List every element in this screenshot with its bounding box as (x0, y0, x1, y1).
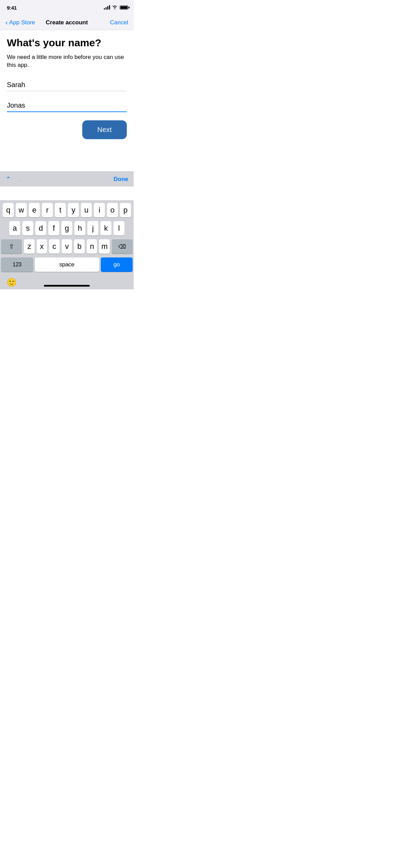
status-bar: 9:41 (0, 0, 134, 15)
key-u[interactable]: u (81, 203, 92, 217)
status-time: 9:41 (7, 5, 17, 11)
next-field-button[interactable]: ⌄ (17, 175, 23, 183)
key-z[interactable]: z (24, 239, 35, 254)
battery-icon (120, 5, 128, 10)
back-label: App Store (9, 19, 35, 26)
key-s[interactable]: s (22, 221, 33, 236)
key-d[interactable]: d (35, 221, 46, 236)
keyboard-row-4: 123 space go (1, 257, 133, 272)
key-b[interactable]: b (74, 239, 85, 254)
keyboard-toolbar: ⌃ ⌄ Done (0, 171, 134, 186)
key-e[interactable]: e (29, 203, 40, 217)
key-m[interactable]: m (99, 239, 110, 254)
home-indicator (44, 285, 90, 287)
toolbar-nav: ⌃ ⌄ (5, 175, 23, 183)
key-k[interactable]: k (100, 221, 111, 236)
key-j[interactable]: j (87, 221, 98, 236)
key-o[interactable]: o (107, 203, 118, 217)
page-description: We need a little more info before you ca… (7, 53, 127, 70)
keyboard: q w e r t y u i o p a s d f g h j k l ⇧ … (0, 200, 134, 289)
numbers-key[interactable]: 123 (1, 257, 33, 272)
space-key[interactable]: space (35, 257, 99, 272)
first-name-group (7, 79, 127, 91)
prev-field-button[interactable]: ⌃ (5, 175, 11, 183)
page-heading: What's your name? (7, 37, 127, 49)
key-y[interactable]: y (68, 203, 79, 217)
key-c[interactable]: c (49, 239, 60, 254)
last-name-input[interactable] (7, 99, 127, 112)
back-chevron-icon: ‹ (5, 19, 8, 26)
key-a[interactable]: a (9, 221, 20, 236)
keyboard-row-1: q w e r t y u i o p (1, 203, 133, 217)
last-name-group (7, 99, 127, 112)
key-q[interactable]: q (3, 203, 14, 217)
cancel-button[interactable]: Cancel (110, 19, 128, 26)
go-key[interactable]: go (101, 257, 133, 272)
signal-icon (104, 5, 110, 10)
nav-bar: ‹ App Store Create account Cancel (0, 15, 134, 30)
nav-title: Create account (46, 19, 88, 26)
next-button[interactable]: Next (82, 120, 127, 139)
first-name-input[interactable] (7, 79, 127, 91)
key-t[interactable]: t (55, 203, 66, 217)
key-i[interactable]: i (94, 203, 105, 217)
key-f[interactable]: f (48, 221, 59, 236)
done-button[interactable]: Done (114, 176, 129, 183)
emoji-button[interactable]: 🙂 (7, 278, 17, 287)
main-content: What's your name? We need a little more … (0, 30, 134, 146)
shift-key[interactable]: ⇧ (1, 239, 22, 254)
backspace-key[interactable]: ⌫ (112, 239, 133, 254)
back-button[interactable]: ‹ App Store (5, 19, 35, 26)
key-w[interactable]: w (16, 203, 27, 217)
button-row: Next (7, 120, 127, 146)
key-n[interactable]: n (87, 239, 97, 254)
key-p[interactable]: p (120, 203, 131, 217)
wifi-icon (112, 5, 118, 10)
key-r[interactable]: r (42, 203, 53, 217)
keyboard-row-3: ⇧ z x c v b n m ⌫ (1, 239, 133, 254)
keyboard-row-2: a s d f g h j k l (1, 221, 133, 236)
key-v[interactable]: v (62, 239, 72, 254)
status-icons (104, 5, 128, 10)
key-g[interactable]: g (61, 221, 72, 236)
key-x[interactable]: x (37, 239, 47, 254)
key-l[interactable]: l (113, 221, 124, 236)
key-h[interactable]: h (74, 221, 85, 236)
